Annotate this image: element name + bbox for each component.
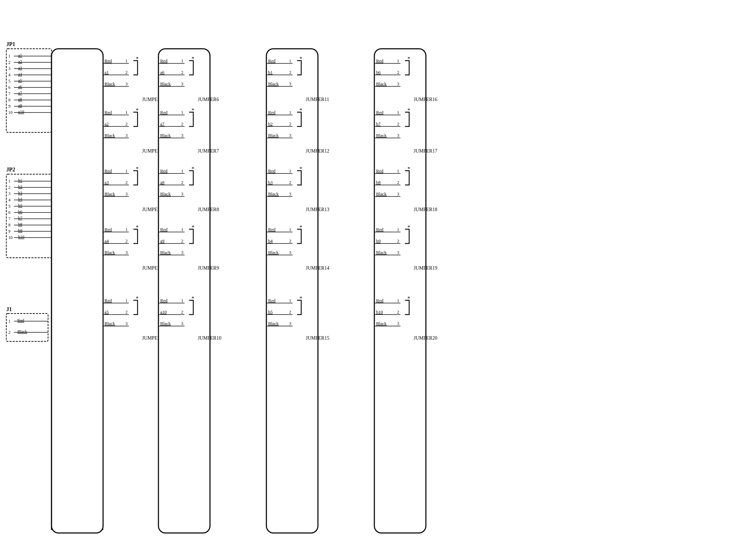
svg-rect-11	[6, 174, 52, 258]
j2-num1: 1	[125, 110, 128, 115]
j3-num1: 1	[125, 168, 128, 173]
j2-num3: 3	[125, 133, 128, 138]
j13-num2: 2	[289, 180, 291, 185]
j5-black: Black	[104, 321, 115, 326]
j9-num1: 1	[181, 227, 184, 232]
j19-num2: 2	[397, 238, 399, 243]
j19-b9: b9	[376, 238, 381, 243]
j7-black: Black	[160, 133, 171, 138]
j13-b3: b3	[268, 180, 273, 185]
j1-r1-red: Red	[104, 58, 112, 63]
j7-num3: 3	[181, 133, 184, 138]
jumper12-label: JUMPER12	[306, 148, 329, 154]
j4-black: Black	[104, 250, 115, 255]
j17-num1: 1	[397, 110, 399, 115]
j5-a5: a5	[104, 309, 109, 315]
j5-num1: 1	[125, 298, 128, 303]
jumper10-label: JUMPER10	[198, 335, 221, 341]
j18-num2: 2	[397, 180, 399, 185]
j20-num2: 2	[397, 309, 399, 315]
j4-num2: 2	[125, 238, 128, 243]
j12-b2: b2	[268, 121, 273, 126]
j11-num1: 1	[289, 58, 291, 63]
j8-num3: 3	[181, 191, 184, 196]
svg-rect-22	[6, 314, 48, 341]
j12-num2: 2	[289, 121, 291, 126]
jp2-sig-b1: b1	[18, 178, 22, 183]
jp1-pin5: 5	[8, 79, 10, 84]
jp2-sig-b8: b8	[18, 222, 22, 227]
j14-red: Red	[268, 227, 275, 232]
jp2-sig-b7: b7	[18, 216, 22, 221]
jp1-sig-a2: a2	[18, 59, 22, 64]
j17-red: Red	[376, 110, 383, 115]
jp2-pin2: 2	[8, 185, 10, 190]
j20-num1: 1	[397, 298, 399, 303]
j5-num3: 3	[125, 321, 128, 326]
j8-black: Black	[160, 191, 171, 196]
j1-pin1: 1	[8, 319, 10, 324]
svg-rect-57	[266, 49, 318, 533]
jp1-pin3: 3	[8, 66, 10, 71]
j16-black: Black	[376, 81, 387, 86]
j11-red: Red	[268, 58, 275, 63]
j15-num2: 2	[289, 309, 291, 315]
j11-b1: b1	[268, 70, 273, 75]
jp2-sig-b10: b10	[18, 234, 24, 239]
j17-black: Black	[376, 133, 387, 138]
j7-num1: 1	[181, 110, 184, 115]
j11-num2: 2	[289, 70, 291, 75]
j3-a3: a3	[104, 180, 109, 185]
jumper15-label: JUMPER15	[306, 335, 329, 341]
jp2-label: JP2	[6, 167, 15, 172]
j20-red: Red	[376, 298, 383, 303]
jp1-label: JP1	[6, 41, 15, 47]
jp2-pin4: 4	[8, 198, 10, 202]
j5-red: Red	[104, 298, 112, 303]
jp1-sig-a1: a1	[18, 53, 22, 58]
j2-black: Black	[104, 133, 115, 138]
jp1-sig-a6: a6	[18, 84, 22, 89]
j16-red: Red	[376, 58, 383, 63]
j16-b6: b6	[376, 70, 381, 75]
j15-b5: b5	[268, 309, 273, 315]
jumper20-label: JUMPER20	[414, 335, 437, 341]
j19-num1: 1	[397, 227, 399, 232]
j4-num3: 3	[125, 250, 128, 255]
jp1-pin1: 1	[8, 54, 10, 59]
jp1-sig-a4: a4	[18, 72, 22, 77]
j4-a4: a4	[104, 238, 109, 243]
j3-num3: 3	[125, 191, 128, 196]
jp2-pin7: 7	[8, 216, 10, 221]
j17-b7: b7	[376, 121, 381, 126]
jp2-pin3: 3	[8, 191, 10, 196]
jp2-sig-b4: b4	[18, 197, 22, 202]
jumper16-label: JUMPER16	[414, 97, 437, 102]
j20-b10: b10	[376, 309, 383, 315]
jumper17-label: JUMPER17	[414, 148, 437, 154]
jumper6-label: JUMPER6	[198, 97, 219, 102]
jp2-sig-b6: b6	[18, 209, 22, 214]
j10-num3: 3	[181, 321, 184, 326]
j6-red: Red	[160, 58, 167, 63]
jumper9-label: JUMPER9	[198, 265, 219, 271]
jp1-pin10: 10	[8, 110, 13, 115]
j1-r1-2: 2	[125, 70, 128, 75]
jp2-sig-b3: b3	[18, 191, 22, 195]
j14-num1: 1	[289, 227, 291, 232]
j10-num1: 1	[181, 298, 184, 303]
j1-pin2: 2	[8, 330, 10, 335]
j3-num2: 2	[125, 180, 128, 185]
jp1-pin9: 9	[8, 104, 10, 109]
j6-num3: 3	[181, 81, 184, 86]
jumper13-label: JUMPER13	[306, 207, 329, 212]
j10-red: Red	[160, 298, 167, 303]
j15-red: Red	[268, 298, 275, 303]
j18-b8: b8	[376, 180, 381, 185]
j6-num1: 1	[181, 58, 184, 63]
j17-num3: 3	[397, 133, 399, 138]
jp1-sig-a7: a7	[18, 91, 22, 95]
j19-black: Black	[376, 250, 387, 255]
jp2-sig-b5: b5	[18, 203, 22, 208]
j18-num3: 3	[397, 191, 399, 196]
